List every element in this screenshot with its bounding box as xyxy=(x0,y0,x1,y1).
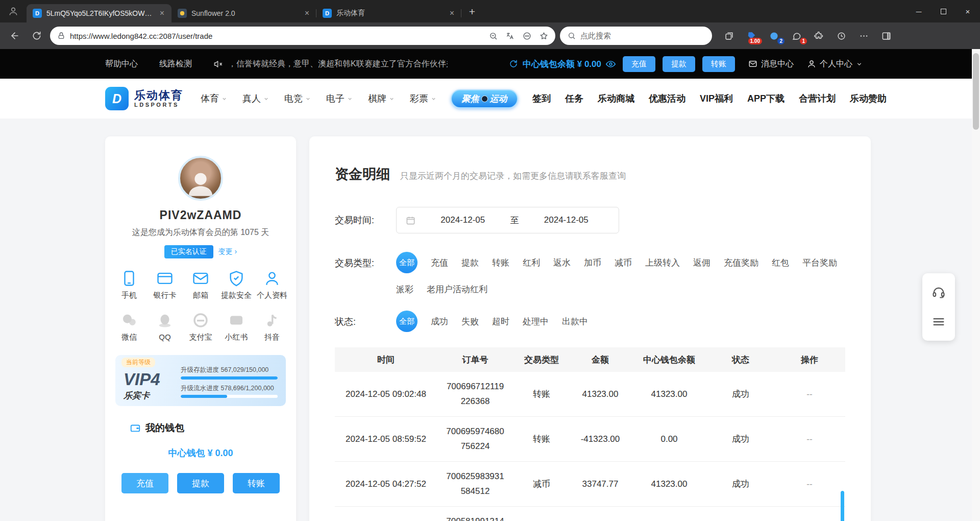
status-chip[interactable]: 出款中 xyxy=(562,316,588,327)
date-range-picker[interactable]: 2024-12-05 至 2024-12-05 xyxy=(396,207,619,233)
translate-icon[interactable] xyxy=(506,32,514,40)
type-chip[interactable]: 加币 xyxy=(584,257,601,269)
social-wechat[interactable]: 微信 xyxy=(111,312,147,342)
status-chip[interactable]: 处理中 xyxy=(523,316,549,327)
topbar-transfer-button[interactable]: 转账 xyxy=(702,56,735,72)
nav-link-tasks[interactable]: 任务 xyxy=(565,92,583,105)
message-center-link[interactable]: 消息中心 xyxy=(748,59,794,69)
social-douyin[interactable]: 抖音 xyxy=(254,312,290,342)
menu-hamburger-icon[interactable] xyxy=(922,307,955,337)
social-qq[interactable]: QQ xyxy=(147,312,183,342)
more-tools-icon[interactable] xyxy=(523,32,531,40)
browser-profile-icon[interactable] xyxy=(0,0,27,22)
nav-link-promos[interactable]: 优惠活动 xyxy=(649,92,685,105)
status-chip[interactable]: 失败 xyxy=(461,316,479,327)
type-chip[interactable]: 返水 xyxy=(553,257,571,269)
social-xiaohongshu[interactable]: 小红书 xyxy=(218,312,254,342)
browser-tab-1[interactable]: D 5LmQ5Yqo5L2T6IKyfOS5kOWKqC × xyxy=(27,4,172,22)
status-chip[interactable]: 成功 xyxy=(431,316,448,327)
status-chip[interactable]: 超时 xyxy=(492,316,509,327)
table-scrollbar-thumb[interactable] xyxy=(841,491,844,521)
vip-card[interactable]: 当前等级 VIP4 乐宾卡 升级存款进度 567,029/150,000 升级流… xyxy=(115,355,286,406)
site-info-icon[interactable] xyxy=(57,32,65,40)
type-chip[interactable]: 减币 xyxy=(615,257,632,269)
type-chip[interactable]: 提款 xyxy=(461,257,479,269)
nav-link-sponsor[interactable]: 乐动赞助 xyxy=(850,92,887,105)
help-center-link[interactable]: 帮助中心 xyxy=(105,59,138,69)
bind-phone[interactable]: 手机 xyxy=(111,270,147,300)
nav-link-vip[interactable]: VIP福利 xyxy=(700,92,733,105)
window-close-button[interactable]: × xyxy=(955,0,980,22)
tab-2-close-icon[interactable]: × xyxy=(303,9,311,18)
type-chip[interactable]: 老用户活动红利 xyxy=(427,283,487,295)
nav-item-chess[interactable]: 棋牌 xyxy=(368,92,395,105)
nav-item-slots[interactable]: 电子 xyxy=(326,92,353,105)
window-maximize-button[interactable] xyxy=(931,0,955,22)
bind-profile-info[interactable]: 个人资料 xyxy=(254,270,290,300)
page-scrollbar[interactable] xyxy=(972,49,980,521)
change-link[interactable]: 变更 › xyxy=(218,247,237,256)
nav-item-lottery[interactable]: 彩票 xyxy=(410,92,436,105)
site-logo[interactable]: D 乐动体育 LDSPORTS xyxy=(105,87,183,110)
customer-service-icon[interactable] xyxy=(922,277,955,307)
wallet-refresh-icon[interactable] xyxy=(509,59,518,68)
nav-link-checkin[interactable]: 签到 xyxy=(532,92,551,105)
deposit-button[interactable]: 充值 xyxy=(121,473,168,493)
social-wechat-label: 微信 xyxy=(121,333,137,342)
personal-center-link[interactable]: 个人中心 xyxy=(807,59,863,69)
address-bar[interactable]: https://www.ledong842.cc:2087/user/trade xyxy=(50,27,555,45)
type-chip[interactable]: 返佣 xyxy=(693,257,710,269)
date-from-value[interactable]: 2024-12-05 xyxy=(420,215,506,225)
nav-link-affiliate[interactable]: 合营计划 xyxy=(799,92,836,105)
rewards-icon[interactable]: 2 xyxy=(764,27,784,45)
nav-item-sports[interactable]: 体育 xyxy=(201,92,227,105)
history-icon[interactable] xyxy=(831,27,851,45)
browser-tab-3[interactable]: D 乐动体育 × xyxy=(316,4,461,22)
nav-link-app[interactable]: APP下载 xyxy=(747,92,785,105)
nav-link-mall[interactable]: 乐动商城 xyxy=(598,92,634,105)
search-box[interactable]: 点此搜索 xyxy=(560,27,712,45)
chat-icon[interactable]: 1 xyxy=(786,27,806,45)
transfer-button[interactable]: 转账 xyxy=(233,473,280,493)
new-tab-button[interactable]: + xyxy=(463,3,481,20)
withdraw-button[interactable]: 提款 xyxy=(177,473,224,493)
nav-item-esports[interactable]: 电竞 xyxy=(284,92,311,105)
type-chip[interactable]: 派彩 xyxy=(396,283,413,295)
bind-email[interactable]: 邮箱 xyxy=(183,270,218,300)
extensions-icon[interactable] xyxy=(808,27,829,45)
settings-menu-icon[interactable] xyxy=(853,27,874,45)
browser-tab-2[interactable]: Sunflower 2.0 × xyxy=(172,4,316,22)
type-chip[interactable]: 全部 xyxy=(396,252,418,273)
topbar-withdraw-button[interactable]: 提款 xyxy=(663,56,695,72)
shopping-tag-icon[interactable]: 1.00 xyxy=(741,27,762,45)
window-minimize-button[interactable]: ─ xyxy=(906,0,931,22)
back-button[interactable] xyxy=(6,27,23,44)
date-to-value[interactable]: 2024-12-05 xyxy=(523,215,610,225)
type-chip[interactable]: 充值奖励 xyxy=(724,257,758,269)
zoom-out-icon[interactable] xyxy=(489,32,498,40)
verified-badge[interactable]: 已实名认证 xyxy=(164,245,213,258)
refresh-button[interactable] xyxy=(28,27,45,44)
eye-icon[interactable] xyxy=(606,59,616,69)
focus-sports-banner[interactable]: 聚焦 运动 xyxy=(451,89,518,108)
status-chip[interactable]: 全部 xyxy=(396,311,418,332)
bind-bank-card[interactable]: 银行卡 xyxy=(147,270,183,300)
type-chip[interactable]: 平台奖励 xyxy=(802,257,837,269)
social-alipay[interactable]: 支付宝 xyxy=(183,312,218,342)
nav-item-live[interactable]: 真人 xyxy=(242,92,269,105)
line-check-link[interactable]: 线路检测 xyxy=(159,59,192,69)
bind-withdraw-safety[interactable]: 提款安全 xyxy=(218,270,254,300)
type-chip[interactable]: 红利 xyxy=(523,257,540,269)
tab-3-close-icon[interactable]: × xyxy=(448,9,456,18)
type-chip[interactable]: 转账 xyxy=(492,257,509,269)
avatar[interactable] xyxy=(178,156,223,201)
tab-1-close-icon[interactable]: × xyxy=(158,9,166,18)
topbar-deposit-button[interactable]: 充值 xyxy=(623,56,655,72)
type-chip[interactable]: 红包 xyxy=(772,257,789,269)
collections-icon[interactable] xyxy=(719,27,739,45)
type-chip[interactable]: 充值 xyxy=(431,257,448,269)
page-scrollbar-thumb[interactable] xyxy=(973,53,979,130)
type-chip[interactable]: 上级转入 xyxy=(645,257,680,269)
sidebar-toggle-icon[interactable] xyxy=(876,27,896,45)
favorite-star-icon[interactable] xyxy=(540,32,548,40)
